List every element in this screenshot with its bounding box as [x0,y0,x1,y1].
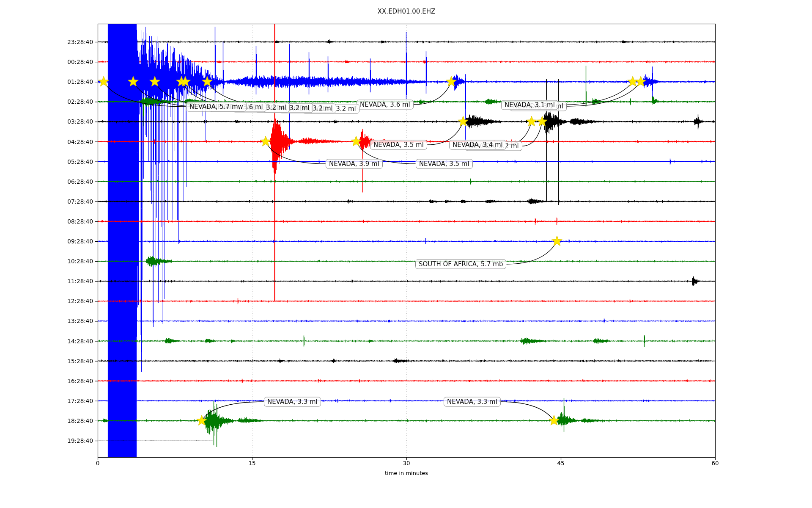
y-tick-label: 18:28:40 [47,417,93,424]
y-tick-label: 12:28:40 [47,298,93,304]
y-tick-label: 04:28:40 [47,138,93,145]
x-tick-label: 60 [698,460,732,467]
y-tick-label: 14:28:40 [47,338,93,345]
event-annotation-label: NEVADA, 3.3 ml [264,397,321,407]
event-annotation-label: NEVADA, 5.7 mw [186,102,247,112]
event-annotation-label: NEVADA, 3.3 ml [444,397,501,407]
y-tick-label: 06:28:40 [47,178,93,185]
y-tick-label: 15:28:40 [47,358,93,364]
y-tick-label: 10:28:40 [47,258,93,265]
event-annotation-label: NEVADA, 3.4 ml [449,140,506,150]
y-tick-label: 05:28:40 [47,158,93,165]
y-tick-label: 08:28:40 [47,218,93,225]
x-tick-label: 15 [235,460,269,467]
event-annotation-label: NEVADA, 3.5 ml [370,140,427,150]
x-tick-label: 45 [544,460,578,467]
event-annotation-label: NEVADA, 3.9 ml [326,159,383,169]
x-tick-label: 30 [390,460,423,467]
seismogram-canvas [0,0,812,508]
event-annotation-label: NEVADA, 3.6 ml [357,100,414,110]
event-annotation-label: SOUTH OF AFRICA, 5.7 mb [415,260,506,269]
chart-title: XX.EDH01.00.EHZ [98,8,715,15]
y-tick-label: 19:28:40 [47,437,93,444]
y-tick-label: 01:28:40 [47,78,93,85]
y-tick-label: 02:28:40 [47,98,93,105]
y-tick-label: 16:28:40 [47,378,93,384]
y-tick-label: 09:28:40 [47,238,93,245]
y-tick-label: 23:28:40 [47,39,93,45]
y-tick-label: 03:28:40 [47,118,93,125]
y-tick-label: 00:28:40 [47,58,93,65]
helicorder-figure: XX.EDH01.00.EHZ time in minutes 23:28:40… [0,0,812,508]
x-tick-label: 0 [81,460,115,467]
y-tick-label: 17:28:40 [47,398,93,404]
y-tick-label: 07:28:40 [47,198,93,205]
event-annotation-label: NEVADA, 3.1 ml [501,100,558,110]
x-axis-label: time in minutes [98,470,715,476]
event-annotation-label: NEVADA, 3.5 ml [416,159,473,169]
y-tick-label: 13:28:40 [47,318,93,324]
y-tick-label: 11:28:40 [47,278,93,284]
